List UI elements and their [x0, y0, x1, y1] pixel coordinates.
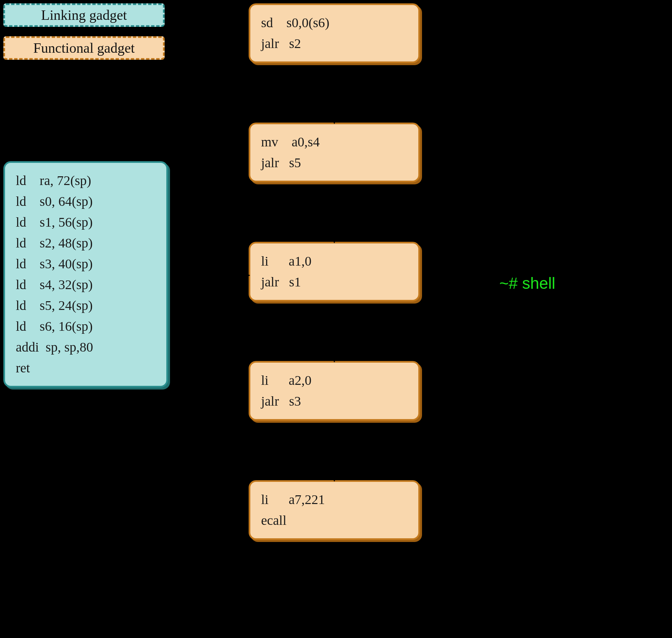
legend-functional-gadget: Functional gadget [3, 36, 165, 60]
legend-linking-gadget: Linking gadget [3, 3, 165, 27]
functional-gadget-3: li a1,0 jalr s1 [249, 242, 420, 302]
functional-gadget-5: li a7,221 ecall [249, 480, 420, 540]
functional-gadget-2: mv a0,s4 jalr s5 [249, 122, 420, 182]
functional-gadget-1: sd s0,0(s6) jalr s2 [249, 3, 420, 63]
functional-gadget-4: li a2,0 jalr s3 [249, 361, 420, 421]
shell-output: ~# shell [499, 274, 555, 292]
linking-gadget-code: ld ra, 72(sp) ld s0, 64(sp) ld s1, 56(sp… [3, 161, 168, 387]
